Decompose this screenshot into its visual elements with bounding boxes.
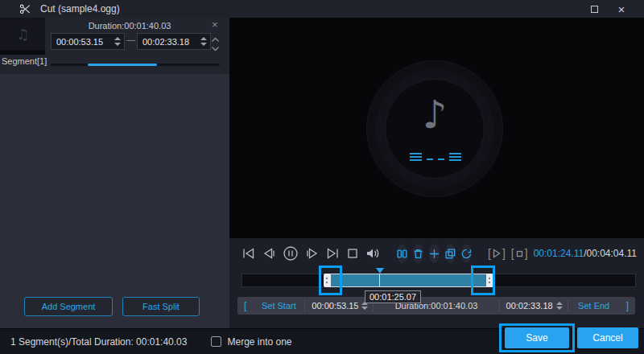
trim-start-value: 00:00:53.15: [312, 301, 358, 311]
skip-start-button[interactable]: [241, 246, 256, 261]
bracket-close: ]: [502, 247, 506, 260]
skip-end-button[interactable]: [325, 246, 341, 261]
segment-thumbnail[interactable]: ♫: [0, 18, 45, 50]
play-segment-icon: [493, 249, 501, 258]
range-separator: —: [126, 35, 135, 44]
segment-list-panel: ♫ Duration:00:01:40.03 00:00:53.15 — 00:…: [0, 18, 229, 328]
remove-segment-icon[interactable]: ×: [212, 19, 218, 31]
play-segment-button[interactable]: [ ]: [488, 247, 506, 260]
trim-start-input[interactable]: 00:00:53.15: [305, 301, 373, 311]
add-segment-label: Add Segment: [42, 302, 96, 311]
segment-start-value: 00:00:53.15: [56, 37, 103, 47]
stop-segment-icon: [516, 250, 523, 257]
spinner-down-icon[interactable]: [200, 43, 207, 46]
total-time: /00:04:04.11: [584, 248, 637, 259]
window-title: Cut (sample4.ogg): [40, 0, 120, 18]
spinner-down-icon[interactable]: [361, 307, 368, 310]
stop-button[interactable]: [346, 246, 359, 261]
maximize-icon: [591, 6, 598, 13]
scissors-icon: [19, 3, 31, 15]
title-bar: Cut (sample4.ogg) ×: [0, 0, 644, 18]
timeline-track[interactable]: [242, 274, 636, 287]
merge-checkbox[interactable]: [211, 336, 221, 347]
trim-bracket-close: ]: [620, 300, 635, 311]
move-segment-up-icon[interactable]: [211, 37, 220, 43]
volume-button[interactable]: [365, 246, 381, 261]
merge-label[interactable]: Merge into one: [227, 336, 291, 348]
copy-segment-button[interactable]: [445, 244, 456, 263]
current-time: 00:01:24.11: [534, 248, 584, 259]
close-icon: ×: [618, 2, 625, 16]
spinner-down-icon[interactable]: [556, 307, 563, 310]
trim-handle-left[interactable]: [324, 274, 331, 287]
segment-mini-progress: [51, 64, 220, 66]
playhead-line: [379, 274, 380, 287]
playhead-time-tooltip: 00:01:25.07: [365, 290, 421, 303]
bracket-open: [: [488, 247, 491, 260]
stop-segment-button[interactable]: [ ]: [511, 247, 528, 260]
maximize-button[interactable]: [581, 0, 607, 18]
segment-mini-progress-fill: [88, 64, 157, 66]
fast-split-button[interactable]: Fast Split: [122, 297, 200, 316]
spinner-up-icon[interactable]: [114, 37, 121, 40]
spinner-up-icon[interactable]: [200, 37, 207, 40]
set-start-button[interactable]: Set Start: [253, 301, 304, 311]
playhead[interactable]: [375, 268, 385, 287]
bracket-open: [: [511, 247, 514, 260]
segment-label: Segment[1]: [2, 56, 47, 66]
reset-button[interactable]: [461, 244, 472, 263]
trim-end-value: 00:02:33.18: [506, 301, 553, 311]
spinner-down-icon[interactable]: [114, 43, 121, 46]
trim-handle-right[interactable]: [486, 274, 493, 287]
move-segment-down-icon[interactable]: [211, 46, 220, 51]
next-frame-button[interactable]: [304, 246, 320, 261]
playback-controls: [ ] [ ] 00:01:24.11/00:04:04.11: [241, 243, 637, 264]
segment-thumbnail-strip: [0, 50, 45, 55]
trim-bracket-open: [: [237, 300, 253, 311]
add-segment-tool-button[interactable]: [429, 244, 440, 263]
player-area: ♪: [229, 18, 644, 328]
music-note-icon: ♪: [411, 92, 459, 137]
segment-start-input[interactable]: 00:00:53.15: [51, 33, 125, 50]
trim-bar: [ Set Start 00:00:53.15 Duration:00:01:4…: [237, 297, 635, 315]
spinner-up-icon[interactable]: [556, 302, 563, 305]
segment-summary: 1 Segment(s)/Total Duration: 00:01:40.03: [10, 336, 187, 348]
fast-split-label: Fast Split: [142, 302, 180, 311]
prev-frame-button[interactable]: [262, 246, 277, 261]
segment-end-value: 00:02:33.18: [142, 37, 189, 47]
playhead-icon: [376, 268, 384, 274]
close-button[interactable]: ×: [609, 0, 634, 18]
trim-end-input[interactable]: 00:02:33.18: [500, 301, 568, 311]
segment-end-spinner[interactable]: [197, 37, 210, 46]
timeline-selection[interactable]: [328, 274, 489, 287]
save-button[interactable]: Save: [505, 327, 569, 348]
audio-preview: ♪: [229, 18, 644, 238]
delete-segment-button[interactable]: [413, 244, 423, 263]
bracket-close: ]: [525, 247, 528, 260]
equalizer-icon: [410, 150, 461, 161]
split-segment-button[interactable]: [397, 244, 407, 263]
trim-end-spinner[interactable]: [553, 302, 566, 310]
add-segment-button[interactable]: Add Segment: [24, 297, 113, 316]
segment-start-spinner[interactable]: [111, 37, 124, 46]
pause-button[interactable]: [283, 246, 299, 261]
segment-end-input[interactable]: 00:02:33.18: [137, 33, 211, 50]
set-end-button[interactable]: Set End: [568, 301, 620, 311]
cancel-button[interactable]: Cancel: [577, 327, 638, 348]
music-note-thumbnail-icon: ♫: [16, 26, 29, 43]
segment-duration-label: Duration:00:01:40.03: [47, 21, 213, 31]
time-display: 00:01:24.11/00:04:04.11: [534, 248, 637, 259]
